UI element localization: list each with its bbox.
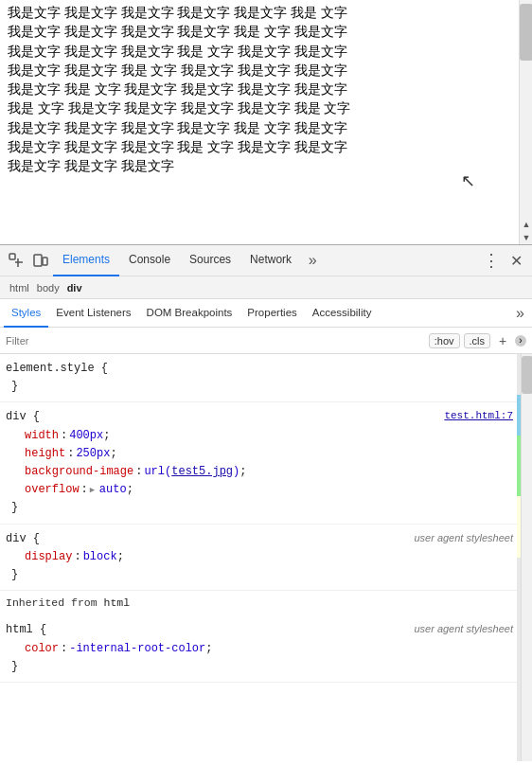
- css-prop-display: display : block ;: [6, 548, 526, 566]
- tab-elements[interactable]: Elements: [53, 245, 119, 276]
- tab-styles[interactable]: Styles: [4, 299, 48, 328]
- devtools-options-button[interactable]: ⋮: [479, 248, 504, 273]
- source-link-1[interactable]: test.html:7: [444, 408, 513, 426]
- scroll-indicator: ›: [515, 335, 526, 347]
- brace-close-element-style: }: [6, 380, 18, 393]
- tab-network[interactable]: Network: [240, 245, 301, 276]
- css-body-html-ua: color : -internal-root-color ; }: [0, 640, 532, 680]
- css-prop-overflow: overflow : ▶ auto ;: [6, 481, 526, 499]
- add-style-button[interactable]: +: [494, 332, 511, 349]
- inherited-label: Inherited from html: [0, 591, 532, 615]
- css-prop-color: color : -internal-root-color ;: [6, 640, 526, 658]
- tab-console[interactable]: Console: [119, 245, 180, 276]
- scrollbar-thumb[interactable]: [520, 4, 532, 61]
- tab-accessibility[interactable]: Accessibility: [305, 299, 380, 328]
- css-body-element-style: }: [0, 378, 532, 400]
- css-prop-width: width : 400px ;: [6, 427, 526, 445]
- options-icon: ⋮: [483, 250, 500, 271]
- styles-scrollbar[interactable]: [521, 354, 532, 761]
- css-panel: element.style { } div { test.html:7 widt…: [0, 354, 532, 761]
- css-rule-div-ua: div { user agent stylesheet display : bl…: [0, 525, 532, 592]
- device-toolbar-icon[interactable]: [28, 248, 53, 273]
- tab-dom-breakpoints[interactable]: DOM Breakpoints: [139, 299, 240, 328]
- css-body-div-1: width : 400px ; height : 250px ; backgro…: [0, 427, 532, 522]
- cls-button[interactable]: .cls: [464, 333, 491, 348]
- css-body-div-ua: display : block ; }: [0, 548, 532, 588]
- filter-bar: :hov .cls + ›: [0, 328, 532, 354]
- devtools-toolbar: Elements Console Sources Network » ⋮ ✕: [0, 245, 532, 276]
- brace-close-html-ua: }: [6, 660, 18, 673]
- selector-element-style: element.style {: [6, 360, 108, 378]
- css-prop-background-image: background-image : url(test5.jpg) ;: [6, 463, 526, 481]
- breadcrumb-body[interactable]: body: [33, 280, 63, 295]
- breadcrumb-html[interactable]: html: [6, 280, 33, 295]
- css-prop-height: height : 250px ;: [6, 445, 526, 463]
- devtools-close-button[interactable]: ✕: [504, 248, 528, 273]
- css-rule-element-style: element.style { }: [0, 354, 532, 402]
- devtools-tabs: Elements Console Sources Network »: [53, 245, 324, 276]
- css-rule-div-1: div { test.html:7 width : 400px ; height…: [0, 402, 532, 524]
- viewport-area: 我是文字 我是文字 我是文字 我是文字 我是文字 我是 文字 我是文字 我是文字…: [0, 0, 532, 244]
- css-rule-html-ua: html { user agent stylesheet color : -in…: [0, 615, 532, 683]
- svg-rect-3: [34, 255, 42, 266]
- close-icon: ✕: [510, 252, 523, 270]
- tab-event-listeners[interactable]: Event Listeners: [48, 299, 138, 328]
- viewport-content: 我是文字 我是文字 我是文字 我是文字 我是文字 我是 文字 我是文字 我是文字…: [0, 0, 360, 180]
- selector-html-ua: html {: [6, 621, 46, 639]
- background-image-link[interactable]: test5.jpg: [171, 463, 233, 481]
- source-ua-html: user agent stylesheet: [414, 621, 513, 639]
- brace-close-div-1: }: [6, 501, 18, 514]
- viewport-scrollbar[interactable]: ▲ ▼: [519, 0, 532, 244]
- source-ua-1: user agent stylesheet: [414, 530, 513, 548]
- cursor-indicator: ↖: [461, 170, 475, 191]
- styles-panel-tabs: Styles Event Listeners DOM Breakpoints P…: [0, 299, 532, 328]
- selector-div-ua: div {: [6, 530, 40, 548]
- tab-properties[interactable]: Properties: [239, 299, 304, 328]
- scrollbar-up-arrow[interactable]: ▲: [520, 218, 532, 231]
- breadcrumb-div[interactable]: div: [63, 280, 86, 295]
- inherited-keyword: html: [104, 596, 131, 609]
- filter-input[interactable]: [6, 335, 429, 347]
- brace-close-div-ua: }: [6, 568, 18, 581]
- tab-sources[interactable]: Sources: [180, 245, 240, 276]
- triangle-expand-icon[interactable]: ▶: [90, 484, 99, 497]
- breadcrumb: html body div: [0, 276, 532, 299]
- svg-rect-4: [43, 258, 47, 265]
- scrollbar-down-arrow[interactable]: ▼: [520, 231, 532, 244]
- styles-scrollbar-thumb[interactable]: [522, 356, 532, 394]
- inspect-icon[interactable]: [4, 248, 28, 273]
- hov-button[interactable]: :hov: [429, 333, 460, 348]
- chinese-text: 我是文字 我是文字 我是文字 我是文字 我是文字 我是 文字 我是文字 我是文字…: [8, 4, 352, 176]
- svg-rect-0: [9, 254, 15, 259]
- devtools-panel: Elements Console Sources Network » ⋮ ✕ h…: [0, 244, 532, 761]
- more-tabs-button[interactable]: »: [301, 249, 324, 272]
- styles-more-button[interactable]: »: [512, 305, 528, 322]
- selector-div-1: div {: [6, 408, 40, 426]
